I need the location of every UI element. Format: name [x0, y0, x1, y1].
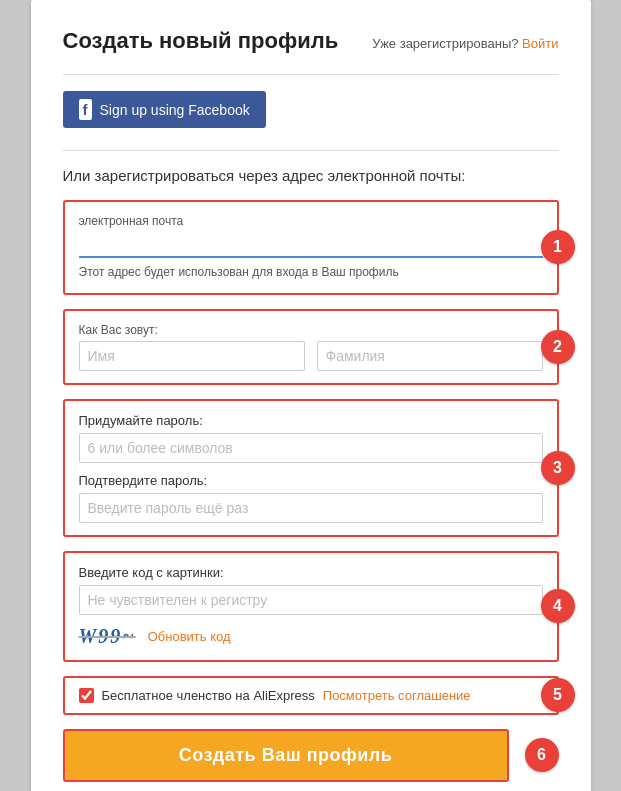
captcha-image: W99~ — [79, 625, 136, 648]
facebook-icon: f — [79, 99, 92, 120]
last-name-input[interactable] — [317, 341, 543, 371]
login-link[interactable]: Войти — [522, 36, 558, 51]
header-row: Создать новый профиль Уже зарегистрирова… — [63, 28, 559, 54]
membership-text: Бесплатное членство на AliExpress — [102, 688, 315, 703]
step-badge-1: 1 — [541, 230, 575, 264]
already-registered: Уже зарегистрированы? Войти — [372, 36, 558, 51]
divider-middle — [63, 150, 559, 151]
password-input[interactable] — [79, 433, 543, 463]
captcha-label: Введите код с картинки: — [79, 565, 543, 580]
first-name-input[interactable] — [79, 341, 305, 371]
email-input[interactable] — [79, 232, 543, 258]
facebook-label: Sign up using Facebook — [100, 102, 250, 118]
page-title: Создать новый профиль — [63, 28, 339, 54]
email-section: электронная почта Этот адрес будет испол… — [63, 200, 559, 295]
confirm-password-input[interactable] — [79, 493, 543, 523]
password-label-2: Подтвердите пароль: — [79, 473, 543, 488]
membership-section: Бесплатное членство на AliExpress Посмот… — [63, 676, 559, 715]
first-name-field — [79, 341, 305, 371]
or-text: Или зарегистрироваться через адрес элект… — [63, 167, 559, 184]
name-label: Как Вас зовут: — [79, 323, 543, 337]
facebook-signup-button[interactable]: f Sign up using Facebook — [63, 91, 266, 128]
membership-checkbox[interactable] — [79, 688, 94, 703]
password-label-1: Придумайте пароль: — [79, 413, 543, 428]
last-name-field — [317, 341, 543, 371]
step-badge-5: 5 — [541, 678, 575, 712]
captcha-input[interactable] — [79, 585, 543, 615]
password-section: Придумайте пароль: Подтвердите пароль: 3 — [63, 399, 559, 537]
registration-card: Создать новый профиль Уже зарегистрирова… — [31, 0, 591, 791]
membership-link[interactable]: Посмотреть соглашение — [323, 688, 471, 703]
divider-top — [63, 74, 559, 75]
captcha-section: Введите код с картинки: W99~ Обновить ко… — [63, 551, 559, 662]
name-section: Как Вас зовут: 2 — [63, 309, 559, 385]
name-row — [79, 341, 543, 371]
submit-button[interactable]: Создать Ваш профиль — [63, 729, 509, 782]
email-label: электронная почта — [79, 214, 543, 228]
already-text: Уже зарегистрированы? — [372, 36, 518, 51]
step-badge-2: 2 — [541, 330, 575, 364]
captcha-row: W99~ Обновить код — [79, 625, 543, 648]
email-hint: Этот адрес будет использован для входа в… — [79, 264, 543, 281]
step-badge-3: 3 — [541, 451, 575, 485]
step-badge-6: 6 — [525, 738, 559, 772]
submit-row: Создать Ваш профиль 6 — [63, 729, 559, 782]
step-badge-4: 4 — [541, 589, 575, 623]
refresh-captcha-link[interactable]: Обновить код — [148, 629, 231, 644]
